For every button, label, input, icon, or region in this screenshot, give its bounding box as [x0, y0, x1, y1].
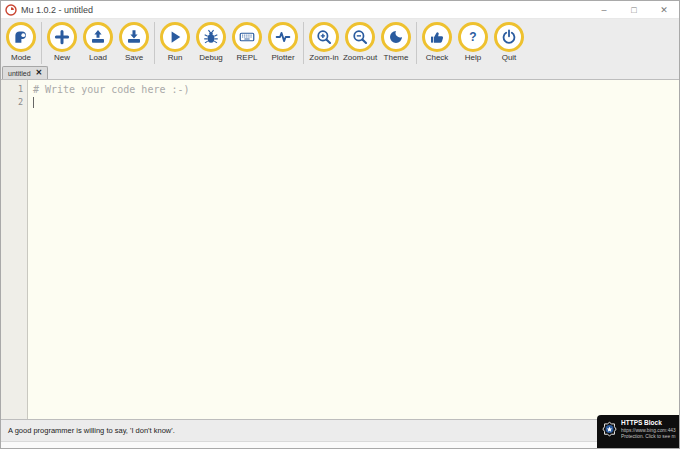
badge-star-icon	[601, 421, 618, 440]
close-button[interactable]: ✕	[649, 1, 679, 18]
code-editor[interactable]: 1 2 # Write your code here :-)	[1, 79, 679, 419]
power-icon	[500, 28, 518, 46]
toolbar-group-misc: Check ? Help Quit	[417, 22, 529, 64]
plus-icon	[53, 28, 71, 46]
load-label: Load	[89, 53, 107, 62]
mode-label: Mode	[11, 53, 31, 62]
toolbar-group-view: Zoom-in Zoom-out Theme	[304, 22, 417, 64]
save-button[interactable]: Save	[116, 22, 152, 64]
window-controls: – □ ✕	[589, 1, 679, 18]
mode-icon	[12, 28, 30, 46]
notification-text: HTTPS Block https://www.bing.com:443 Pro…	[621, 419, 677, 446]
run-label: Run	[168, 53, 183, 62]
help-label: Help	[465, 53, 481, 62]
play-icon	[166, 28, 184, 46]
magnifier-plus-icon	[315, 28, 333, 46]
download-icon	[125, 28, 143, 46]
theme-button[interactable]: Theme	[378, 22, 414, 64]
new-button[interactable]: New	[44, 22, 80, 64]
zoom-in-button[interactable]: Zoom-in	[306, 22, 342, 64]
question-icon: ?	[464, 28, 482, 46]
toolbar-group-run: Run Debug REPL	[155, 22, 304, 64]
thumbs-up-icon	[428, 28, 446, 46]
code-area[interactable]: # Write your code here :-)	[28, 80, 679, 419]
tab-label: untitled	[8, 70, 31, 77]
new-label: New	[54, 53, 70, 62]
quit-label: Quit	[502, 53, 517, 62]
status-bar: A good programmer is willing to say, 'I …	[1, 419, 679, 441]
maximize-button[interactable]: □	[619, 1, 649, 18]
line-number: 2	[1, 96, 27, 109]
mu-logo-icon	[5, 4, 17, 16]
tab-close-icon[interactable]: ✕	[36, 69, 43, 77]
magnifier-minus-icon	[351, 28, 369, 46]
notification-url: https://www.bing.com:443	[621, 428, 677, 433]
svg-text:?: ?	[469, 30, 476, 44]
zoom-out-label: Zoom-out	[343, 53, 377, 62]
tab-untitled[interactable]: untitled ✕	[2, 66, 48, 79]
notification-title: HTTPS Block	[621, 419, 677, 426]
mode-button[interactable]: Mode	[3, 22, 39, 64]
load-button[interactable]: Load	[80, 22, 116, 64]
code-line	[33, 96, 679, 109]
plotter-label: Plotter	[271, 53, 294, 62]
repl-button[interactable]: REPL	[229, 22, 265, 64]
https-block-notification[interactable]: HTTPS Block https://www.bing.com:443 Pro…	[597, 415, 679, 448]
help-button[interactable]: ? Help	[455, 22, 491, 64]
quit-button[interactable]: Quit	[491, 22, 527, 64]
tab-bar: untitled ✕	[1, 65, 679, 79]
text-caret	[33, 97, 34, 108]
code-line: # Write your code here :-)	[33, 83, 679, 96]
zoom-out-button[interactable]: Zoom-out	[342, 22, 378, 64]
pulse-icon	[274, 28, 292, 46]
debug-label: Debug	[199, 53, 223, 62]
check-label: Check	[426, 53, 449, 62]
upload-icon	[89, 28, 107, 46]
window-title: Mu 1.0.2 - untitled	[21, 5, 589, 15]
line-number: 1	[1, 83, 27, 96]
mu-window: Mu 1.0.2 - untitled – □ ✕ Mode New	[0, 0, 680, 449]
minimize-button[interactable]: –	[589, 1, 619, 18]
check-button[interactable]: Check	[419, 22, 455, 64]
bottom-strip	[1, 441, 679, 449]
theme-label: Theme	[384, 53, 409, 62]
toolbar-group-file: New Load Save	[42, 22, 155, 64]
zoom-in-label: Zoom-in	[309, 53, 338, 62]
run-button[interactable]: Run	[157, 22, 193, 64]
bug-icon	[202, 28, 220, 46]
notification-detail: Protection. Click to see m	[621, 434, 677, 439]
status-message: A good programmer is willing to say, 'I …	[8, 426, 175, 435]
toolbar: Mode New Load	[1, 19, 679, 65]
title-bar: Mu 1.0.2 - untitled – □ ✕	[1, 1, 679, 19]
debug-button[interactable]: Debug	[193, 22, 229, 64]
line-number-gutter: 1 2	[1, 80, 28, 419]
save-label: Save	[125, 53, 143, 62]
keyboard-icon	[238, 28, 256, 46]
toolbar-group-mode: Mode	[1, 22, 42, 64]
plotter-button[interactable]: Plotter	[265, 22, 301, 64]
repl-label: REPL	[237, 53, 258, 62]
moon-icon	[387, 28, 405, 46]
